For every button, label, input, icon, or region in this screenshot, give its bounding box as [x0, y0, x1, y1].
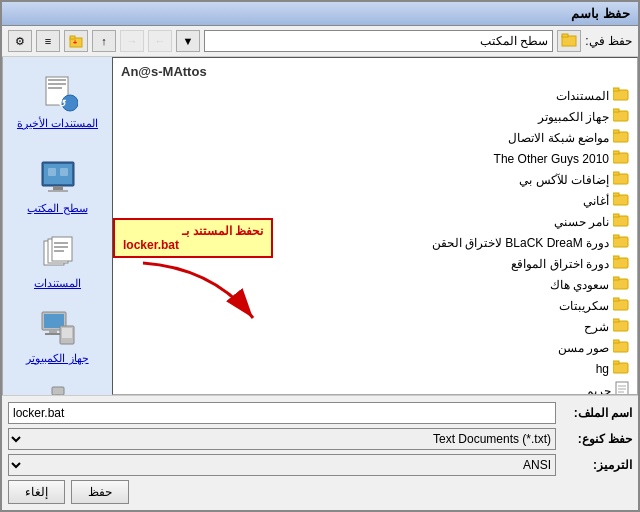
user-name: An@s-MAttos — [117, 62, 633, 85]
svg-rect-51 — [48, 190, 68, 192]
svg-rect-23 — [613, 256, 619, 259]
svg-rect-19 — [613, 214, 619, 217]
file-item-name: أغاني — [583, 194, 609, 208]
filetype-select[interactable]: Text Documents (*.txt) — [8, 428, 556, 450]
filename-input[interactable] — [8, 402, 556, 424]
folder-icon — [613, 129, 629, 146]
folder-icon — [613, 150, 629, 167]
svg-rect-58 — [54, 246, 68, 248]
folder-icon — [613, 297, 629, 314]
svg-rect-31 — [613, 340, 619, 343]
sidebar-item-recent[interactable]: ↺ المستندات الأخيرة — [7, 65, 108, 138]
file-item[interactable]: صور مسن — [117, 337, 633, 358]
view-btn[interactable]: ≡ — [36, 30, 60, 52]
svg-rect-17 — [613, 193, 619, 196]
dropdown-btn[interactable]: ▼ — [176, 30, 200, 52]
tooltip-text: نحفظ المستند بـ — [182, 224, 263, 238]
doc-icon — [615, 381, 629, 395]
folder-icon — [613, 360, 629, 377]
filetype-label: حفظ كنوع: — [562, 432, 632, 446]
sidebar-item-network[interactable]: مواضع شبكة — [7, 375, 108, 395]
svg-rect-66 — [52, 387, 64, 395]
forward-btn[interactable]: → — [120, 30, 144, 52]
new-folder-btn[interactable]: + — [64, 30, 88, 52]
main-area: An@s-MAttos نحفظ المستند بـ locker.bat — [2, 57, 638, 395]
folder-icon — [613, 87, 629, 104]
svg-rect-7 — [613, 88, 619, 91]
up-btn[interactable]: ↑ — [92, 30, 116, 52]
svg-rect-59 — [54, 250, 64, 252]
file-item[interactable]: أغاني — [117, 190, 633, 211]
svg-rect-50 — [53, 186, 63, 190]
back-btn[interactable]: ← — [148, 30, 172, 52]
svg-rect-56 — [52, 237, 72, 261]
file-item[interactable]: إضافات للآكس بي — [117, 169, 633, 190]
svg-rect-43 — [48, 79, 66, 81]
file-list-panel[interactable]: An@s-MAttos نحفظ المستند بـ locker.bat — [112, 57, 638, 395]
sidebar-item-documents[interactable]: المستندات — [7, 225, 108, 298]
sidebar-documents-label: المستندات — [34, 277, 81, 290]
save-as-dialog: حفظ باسم حفظ في: ▼ ← → ↑ + ≡ ⚙ An@s-MAtt… — [0, 0, 640, 512]
recent-icon: ↺ — [38, 73, 78, 113]
file-item-name: سكريبتات — [559, 299, 609, 313]
sidebar-desktop-label: سطح المكتب — [27, 202, 87, 215]
browse-icon[interactable] — [557, 30, 581, 52]
sidebar-computer-label: جهاز الكمبيوتر — [26, 352, 88, 365]
svg-rect-33 — [613, 361, 619, 364]
bottom-panel: اسم الملف: حفظ كنوع: Text Documents (*.t… — [2, 395, 638, 510]
svg-rect-15 — [613, 172, 619, 175]
file-item-name: شرح — [584, 320, 609, 334]
folder-icon — [613, 108, 629, 125]
address-bar: ▼ ← → ↑ + ≡ ⚙ — [8, 30, 581, 52]
file-item[interactable]: المستندات — [117, 85, 633, 106]
folder-icon — [613, 318, 629, 335]
svg-rect-11 — [613, 130, 619, 133]
documents-icon — [38, 233, 78, 273]
file-item[interactable]: hg — [117, 358, 633, 379]
cancel-button[interactable]: إلغاء — [8, 480, 65, 504]
folder-icon — [613, 255, 629, 272]
file-item-name: جهاز الكمبيوتر — [538, 110, 609, 124]
tooltip-overlay: نحفظ المستند بـ locker.bat — [113, 218, 273, 328]
sidebar-item-desktop[interactable]: سطح المكتب — [7, 150, 108, 223]
title-text: حفظ باسم — [571, 6, 630, 21]
file-item[interactable]: حريم — [117, 379, 633, 395]
svg-rect-29 — [613, 319, 619, 322]
svg-text:↺: ↺ — [58, 98, 67, 109]
tooltip-filename: locker.bat — [123, 238, 263, 252]
svg-rect-21 — [613, 235, 619, 238]
button-row: حفظ إلغاء — [8, 480, 632, 504]
folder-icon — [613, 171, 629, 188]
svg-rect-57 — [54, 242, 68, 244]
filetype-row: حفظ كنوع: Text Documents (*.txt) — [8, 428, 632, 450]
toolbar: حفظ في: ▼ ← → ↑ + ≡ ⚙ — [2, 26, 638, 57]
svg-rect-27 — [613, 298, 619, 301]
svg-rect-65 — [62, 328, 72, 338]
address-input[interactable] — [204, 30, 553, 52]
save-button[interactable]: حفظ — [71, 480, 129, 504]
svg-rect-44 — [48, 83, 66, 85]
svg-rect-13 — [613, 151, 619, 154]
tooltip-box: نحفظ المستند بـ locker.bat — [113, 218, 273, 258]
file-item[interactable]: جهاز الكمبيوتر — [117, 106, 633, 127]
computer-icon — [38, 308, 78, 348]
file-item[interactable]: The Other Guys 2010 — [117, 148, 633, 169]
sidebar-item-computer[interactable]: جهاز الكمبيوتر — [7, 300, 108, 373]
title-bar: حفظ باسم — [2, 2, 638, 26]
red-arrow — [113, 258, 273, 328]
save-in-label: حفظ في: — [585, 34, 632, 48]
folder-icon — [613, 234, 629, 251]
file-item-name: نامر حسني — [554, 215, 609, 229]
encoding-label: الترميز: — [562, 458, 632, 472]
encoding-select[interactable]: ANSI — [8, 454, 556, 476]
sidebar-recent-label: المستندات الأخيرة — [17, 117, 98, 130]
folder-icon — [613, 276, 629, 293]
file-item[interactable]: مواضع شبكة الاتصال — [117, 127, 633, 148]
svg-rect-45 — [48, 87, 62, 89]
sidebar: ↺ المستندات الأخيرة — [2, 57, 112, 395]
folder-icon — [613, 339, 629, 356]
tools-btn[interactable]: ⚙ — [8, 30, 32, 52]
file-item-name: إضافات للآكس بي — [519, 173, 609, 187]
file-item-name: سعودي هاك — [550, 278, 609, 292]
file-item-name: صور مسن — [558, 341, 609, 355]
